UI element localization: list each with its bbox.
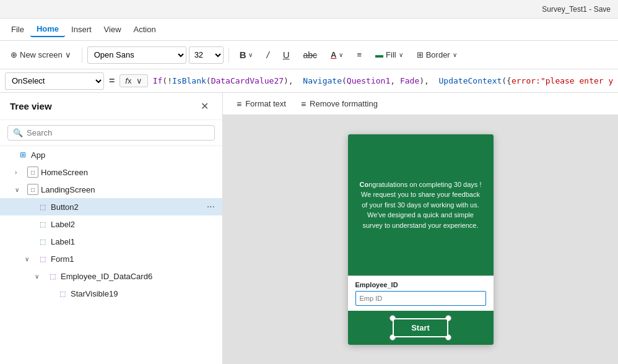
formula-bar: OnSelect = fx ∨ If(!IsBlank(DataCardValu… [0,69,618,93]
tree-item-app[interactable]: ⊞ App [0,146,222,163]
fill-button[interactable]: ▬ Fill ∨ [370,47,409,63]
menu-home[interactable]: Home [30,22,65,37]
empcard-icon: ⬚ [47,271,58,282]
search-icon: 🔍 [13,128,23,137]
button2-more-button[interactable]: ··· [204,201,217,212]
close-tree-button[interactable]: ✕ [197,99,212,113]
menu-bar: File Home Insert View Action [0,19,618,41]
font-color-icon: A [331,50,336,59]
border-button[interactable]: ⊞ Border ∨ [411,47,463,63]
remove-formatting-button[interactable]: ≡ Remove formatting [295,97,384,111]
preview-co: Co [360,181,369,188]
chevron-down-icon-bold: ∨ [248,51,253,58]
tree-item-starvisible[interactable]: ⬚ StarVisible19 [0,285,222,302]
chevron-down-icon: ∨ [65,50,71,59]
menu-action[interactable]: Action [128,22,162,37]
property-select[interactable]: OnSelect [5,72,104,90]
tree-label-homescreen: HomeScreen [41,168,217,177]
main-area: Tree view ✕ 🔍 ⊞ App › □ HomeScreen [0,93,618,364]
formula-content[interactable]: If(!IsBlank(DataCardValue27), Navigate(Q… [153,76,613,85]
search-container: 🔍 [0,120,222,146]
toolbar-separator-2 [228,48,229,63]
search-input[interactable] [27,128,209,137]
tree-item-homescreen[interactable]: › □ HomeScreen [0,163,222,181]
app-preview: Congratulations on completing 30 days ! … [348,134,494,345]
border-icon: ⊞ [417,50,424,59]
title-bar-text: Survey_Test1 - Save [542,5,611,14]
title-bar: Survey_Test1 - Save [0,0,618,19]
preview-congrats-text: Congratulations on completing 30 days ! … [358,180,484,231]
canvas-area: ≡ Format text ≡ Remove formatting Congra… [223,93,618,364]
tree-label-starvisible: StarVisible19 [71,289,217,298]
tree-view-title: Tree view [10,101,52,111]
expand-empcard: ∨ [35,273,45,280]
remove-formatting-icon: ≡ [301,99,306,109]
font-family-select[interactable]: Open Sans [87,46,186,64]
tree-label-landingscreen: LandingScreen [41,185,217,194]
left-panel: Tree view ✕ 🔍 ⊞ App › □ HomeScreen [0,93,223,364]
strikethrough-button[interactable]: abc [298,47,323,63]
preview-employee-label: Employee_ID [355,281,486,288]
bold-button[interactable]: B ∨ [234,46,259,63]
preview-green-section: Congratulations on completing 30 days ! … [348,134,494,275]
expand-landingscreen: ∨ [15,186,25,193]
label1-icon: ⬚ [37,236,48,247]
tree-label-label2: Label2 [51,220,217,229]
expand-homescreen: › [15,169,25,176]
tree-label-app: App [31,150,217,160]
menu-file[interactable]: File [5,22,30,37]
new-screen-icon: ⊕ [11,50,17,59]
tree-item-landingscreen[interactable]: ∨ □ LandingScreen [0,181,222,198]
fill-icon: ▬ [375,50,383,59]
label2-icon: ⬚ [37,219,48,230]
tree-item-form1[interactable]: ∨ ⬚ Form1 [0,250,222,267]
toolbar: ⊕ New screen ∨ Open Sans 32 B ∨ / U abc … [0,41,618,69]
font-size-select[interactable]: 32 [189,46,224,64]
align-button[interactable]: ≡ [351,47,367,63]
format-text-button[interactable]: ≡ Format text [230,97,292,111]
tree-item-label1[interactable]: ⬚ Label1 [0,233,222,250]
format-text-icon: ≡ [237,99,242,109]
richtext-toolbar: ≡ Format text ≡ Remove formatting [223,93,618,115]
tree-label-form1: Form1 [51,254,217,264]
chevron-down-icon-border: ∨ [453,51,457,58]
toolbar-separator-1 [82,48,82,63]
chevron-down-icon-color: ∨ [339,51,343,58]
tree-item-label2[interactable]: ⬚ Label2 [0,215,222,233]
font-color-button[interactable]: A ∨ [325,47,349,63]
button2-icon: ⬚ [37,201,48,212]
preview-employee-section: Employee_ID [348,275,494,311]
preview-employee-input[interactable] [355,291,486,306]
preview-button-section: Start [348,311,494,345]
tree-header: Tree view ✕ [0,93,222,120]
tree-item-button2[interactable]: ⬚ Button2 ··· [0,198,222,215]
tree-label-button2: Button2 [51,202,202,212]
tree-content: ⊞ App › □ HomeScreen ∨ □ LandingScreen ⬚… [0,146,222,364]
menu-insert[interactable]: Insert [65,22,98,37]
expand-form1: ∨ [25,256,35,262]
menu-view[interactable]: View [98,22,128,37]
tree-label-label1: Label1 [51,237,217,246]
landingscreen-icon: □ [27,184,38,195]
search-box: 🔍 [7,125,215,141]
new-screen-button[interactable]: ⊕ New screen ∨ [5,47,77,63]
form1-icon: ⬚ [37,253,48,264]
tree-item-empcard[interactable]: ∨ ⬚ Employee_ID_DataCard6 [0,267,222,285]
underline-button[interactable]: U [277,46,295,63]
preview-start-button[interactable]: Start [393,318,448,337]
starvisible-icon: ⬚ [57,288,68,299]
canvas: Congratulations on completing 30 days ! … [223,115,618,364]
chevron-down-icon-fill: ∨ [399,51,403,58]
homescreen-icon: □ [27,167,38,178]
fx-button[interactable]: fx ∨ [120,74,147,87]
tree-label-empcard: Employee_ID_DataCard6 [61,272,217,281]
start-button-wrapper: Start [393,318,448,337]
italic-button[interactable]: / [261,46,274,63]
app-icon: ⊞ [17,149,28,160]
equals-sign: = [109,76,115,87]
